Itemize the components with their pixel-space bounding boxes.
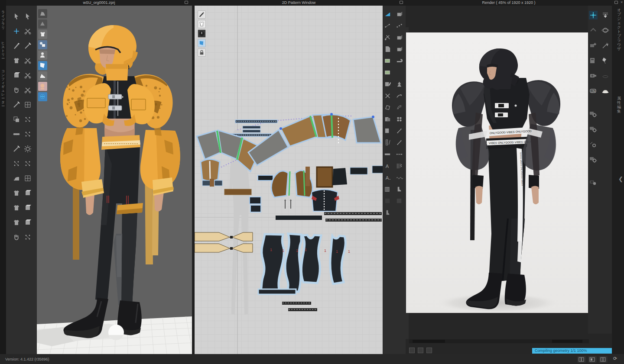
svg-text:1: 1 [282,248,284,253]
svg-text:1: 1 [296,248,298,253]
svg-text:A: A [386,164,389,169]
svg-text:1: 1 [270,248,272,252]
svg-text:ON: ON [591,90,595,93]
svg-text:1: 1 [305,248,307,252]
svg-text:A: A [386,175,389,180]
svg-text:1: 1 [324,248,326,253]
svg-text:1: 1 [348,249,350,254]
svg-text:1: 1 [336,249,338,254]
